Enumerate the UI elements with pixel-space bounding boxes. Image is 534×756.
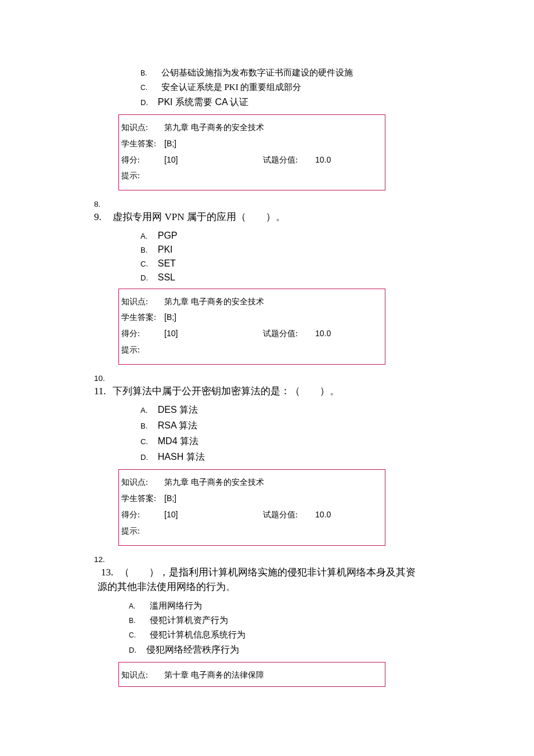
score-value: [10]	[164, 327, 263, 341]
kp-label: 知识点:	[121, 476, 164, 489]
kp-value: 第九章 电子商务的安全技术	[164, 476, 264, 489]
hint-row: 提示:	[121, 169, 383, 183]
option: A. 滥用网络行为	[129, 600, 440, 611]
question-text: 虚拟专用网 VPN 属于的应用（ ）。	[113, 211, 286, 222]
answer-info-box: 知识点: 第九章 电子商务的安全技术 学生答案: [B;] 得分: [10] 试…	[118, 469, 385, 545]
ans-value: [B;]	[164, 311, 176, 325]
point-value: 10.0	[315, 327, 331, 341]
kp-label: 知识点:	[121, 668, 164, 682]
option: C. MD4 算法	[140, 435, 440, 448]
option: B. PKI	[140, 244, 440, 255]
option: B. 公钥基础设施指为发布数字证书而建设的硬件设施	[140, 67, 440, 78]
option-text: PKI	[158, 244, 173, 254]
option-letter: A.	[140, 406, 151, 415]
question-11-stem: 11. 下列算法中属于公开密钥加密算法的是：（ ）。	[94, 384, 440, 399]
point-value-label: 试题分值:	[263, 327, 315, 341]
option-letter: D.	[129, 646, 139, 654]
question-13: 13. （ ），是指利用计算机网络实施的侵犯非计算机网络本身及其资 源的其他非法…	[98, 565, 440, 595]
option: C. 侵犯计算机信息系统行为	[129, 629, 440, 640]
question-number: 11.	[94, 384, 110, 399]
option-text: DES 算法	[158, 405, 198, 415]
knowledge-point-row: 知识点: 第十章 电子商务的法律保障	[121, 668, 383, 682]
hint-label: 提示:	[121, 524, 164, 538]
point-value-label: 试题分值:	[263, 508, 315, 522]
option: D. 侵犯网络经营秩序行为	[129, 644, 440, 656]
score-value: [10]	[164, 508, 263, 522]
question-text: 下列算法中属于公开密钥加密算法的是：（ ）。	[113, 386, 340, 397]
option-letter: B.	[140, 246, 151, 254]
option-text: SSL	[158, 272, 175, 282]
question-number: 13.	[101, 565, 117, 580]
question-number-10: 10.	[94, 374, 440, 383]
option-text: 安全认证系统是 PKI 的重要组成部分	[161, 82, 302, 92]
option-letter: D.	[140, 98, 151, 107]
kp-label: 知识点:	[121, 295, 164, 309]
question-text-line1: （ ），是指利用计算机网络实施的侵犯非计算机网络本身及其资	[120, 567, 416, 578]
option: B. 侵犯计算机资产行为	[129, 615, 440, 626]
student-answer-row: 学生答案: [B;]	[121, 492, 383, 506]
answer-info-box: 知识点: 第九章 电子商务的安全技术 学生答案: [B;] 得分: [10] 试…	[118, 114, 385, 190]
student-answer-row: 学生答案: [B;]	[121, 137, 383, 151]
option: C. SET	[140, 258, 440, 269]
option-letter: C.	[129, 631, 139, 639]
question-number-12: 12.	[94, 555, 440, 564]
student-answer-row: 学生答案: [B;]	[121, 311, 383, 325]
ans-value: [B;]	[164, 492, 176, 506]
option-text: PKI 系统需要 CA 认证	[158, 97, 248, 107]
ans-value: [B;]	[164, 137, 176, 151]
option-letter: D.	[140, 453, 151, 462]
question-text-line2: 源的其他非法使用网络的行为。	[98, 581, 236, 592]
knowledge-point-row: 知识点: 第九章 电子商务的安全技术	[121, 476, 383, 489]
hint-label: 提示:	[121, 169, 164, 183]
option: B. RSA 算法	[140, 420, 440, 432]
option-text: 侵犯网络经营秩序行为	[146, 645, 239, 654]
option-text: RSA 算法	[158, 420, 197, 430]
question-9-stem: 9. 虚拟专用网 VPN 属于的应用（ ）。	[94, 210, 440, 225]
option-text: MD4 算法	[158, 436, 199, 446]
kp-value: 第九章 电子商务的安全技术	[164, 121, 264, 135]
hint-row: 提示:	[121, 524, 383, 538]
question-number-8: 8.	[94, 200, 440, 208]
option-letter: C.	[140, 437, 151, 446]
option-letter: A.	[129, 602, 139, 610]
option: A. DES 算法	[140, 404, 440, 416]
ans-label: 学生答案:	[121, 492, 164, 506]
score-row: 得分: [10] 试题分值: 10.0	[121, 508, 383, 522]
answer-info-box: 知识点: 第十章 电子商务的法律保障	[118, 662, 385, 687]
option: D. HASH 算法	[140, 451, 440, 463]
question-13-stem-line2: 源的其他非法使用网络的行为。	[98, 579, 440, 595]
ans-label: 学生答案:	[121, 311, 164, 325]
option-text: HASH 算法	[158, 452, 205, 462]
score-value: [10]	[164, 153, 263, 167]
option: D. PKI 系统需要 CA 认证	[140, 96, 440, 109]
option-letter: C.	[140, 84, 151, 92]
option-letter: D.	[140, 273, 151, 282]
point-value: 10.0	[315, 153, 331, 167]
ans-label: 学生答案:	[121, 137, 164, 151]
option-letter: A.	[140, 232, 151, 240]
score-row: 得分: [10] 试题分值: 10.0	[121, 153, 383, 167]
score-label: 得分:	[121, 327, 164, 341]
option-letter: C.	[140, 260, 151, 268]
knowledge-point-row: 知识点: 第九章 电子商务的安全技术	[121, 121, 383, 135]
kp-label: 知识点:	[121, 121, 164, 135]
point-value-label: 试题分值:	[263, 153, 315, 167]
option-letter: B.	[140, 422, 151, 430]
option: D. SSL	[140, 272, 440, 283]
question-number: 9.	[94, 210, 110, 225]
score-label: 得分:	[121, 153, 164, 167]
question-13-stem: 13. （ ），是指利用计算机网络实施的侵犯非计算机网络本身及其资	[98, 565, 440, 580]
hint-label: 提示:	[121, 343, 164, 357]
page-content: B. 公钥基础设施指为发布数字证书而建设的硬件设施 C. 安全认证系统是 PKI…	[0, 0, 534, 722]
answer-info-box: 知识点: 第九章 电子商务的安全技术 学生答案: [B;] 得分: [10] 试…	[118, 289, 385, 365]
kp-value: 第九章 电子商务的安全技术	[164, 295, 264, 309]
option-letter: B.	[129, 617, 139, 625]
option-text: SET	[158, 258, 176, 268]
option-text: PGP	[158, 231, 178, 240]
option-text: 侵犯计算机信息系统行为	[150, 630, 246, 639]
point-value: 10.0	[315, 508, 331, 522]
knowledge-point-row: 知识点: 第九章 电子商务的安全技术	[121, 295, 383, 309]
option-text: 侵犯计算机资产行为	[150, 615, 228, 625]
option: A. PGP	[140, 231, 440, 241]
option-text: 公钥基础设施指为发布数字证书而建设的硬件设施	[161, 68, 353, 77]
